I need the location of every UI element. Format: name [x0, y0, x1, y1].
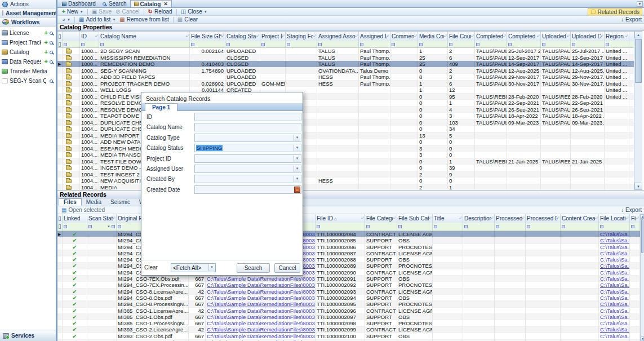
- filter-cell-name[interactable]: [99, 41, 190, 47]
- header-filter-icon[interactable]: +°: [636, 216, 638, 220]
- cell-path[interactable]: C:\Talus\Sample Data\RemediationFiles\80…: [206, 282, 316, 287]
- file-path-link[interactable]: C:\Talus\Sample Data\RemediationFiles\80…: [207, 333, 316, 339]
- table-row[interactable]: ✔MI294_CSO-7EX.Obs.pdf667C:\Talus\Sample…: [57, 276, 640, 282]
- tab-page-1[interactable]: Page 1: [145, 103, 177, 111]
- file-path-link[interactable]: C:\Talus\Sa...: [600, 282, 630, 287]
- table-row[interactable]: ▶1000...REMEDIATION DEMO0.410403CLOSEDTA…: [57, 61, 634, 68]
- select-all-icon[interactable]: [59, 216, 61, 221]
- cell-location[interactable]: C:\Talus\Sa...: [599, 244, 630, 250]
- column-header-cby[interactable]: Completed B+°: [475, 32, 507, 41]
- table-row[interactable]: 1000...2D SEGY SCAN0.002164UPLOADEDTALUS…: [57, 48, 634, 55]
- table-row[interactable]: ✔MI393_CSO-2.LicenseAgre...42C:\Talus\Sa…: [57, 326, 640, 333]
- cell-location[interactable]: C:\Talus\Sa...: [599, 269, 630, 275]
- column-header-status[interactable]: Catalog Statu+°: [225, 32, 260, 41]
- file-path-link[interactable]: C:\Talus\Sa...: [600, 263, 630, 268]
- filter-icon[interactable]: [191, 43, 194, 46]
- cell-path[interactable]: C:\Talus\Sample Data\RemediationFiles\80…: [206, 301, 316, 307]
- header-filter-icon[interactable]: +°: [626, 216, 628, 220]
- related-tab-seismic[interactable]: Seismic: [106, 198, 135, 206]
- file-path-link[interactable]: C:\Talus\Sa...: [600, 244, 630, 250]
- catalog-type-input[interactable]: ▼: [194, 134, 301, 142]
- file-path-link[interactable]: C:\Talus\Sa...: [600, 301, 630, 307]
- filter-cell-id[interactable]: [80, 41, 99, 47]
- clear-list-button[interactable]: ▦Clear: [176, 16, 199, 23]
- filter-icon[interactable]: [562, 225, 565, 228]
- column-header-location[interactable]: File Locatio+°: [599, 214, 630, 223]
- file-path-link[interactable]: C:\Talus\Sa...: [600, 333, 630, 339]
- filter-cell-region[interactable]: [605, 41, 629, 47]
- header-filter-icon[interactable]: +°: [95, 34, 97, 38]
- filter-cell-size[interactable]: [190, 41, 225, 47]
- column-header-id[interactable]: ID+°: [80, 32, 99, 41]
- save-button[interactable]: ▣Save: [91, 8, 113, 15]
- sidebar-section-workflows[interactable]: Workflows: [0, 17, 56, 26]
- cell-location[interactable]: C:\Talus\Sa...: [599, 314, 630, 320]
- filter-icon[interactable]: [118, 225, 121, 228]
- filter-icon[interactable]: [81, 43, 85, 46]
- file-path-link[interactable]: C:\Talus\Sa...: [600, 231, 630, 237]
- column-header-media[interactable]: Media Cour+°: [418, 32, 448, 41]
- cell-path[interactable]: C:\Talus\Sample Data\RemediationFiles\80…: [206, 289, 316, 294]
- project-id-input[interactable]: ▼: [194, 154, 301, 163]
- fetch-all-select[interactable]: <Fetch All> ▼: [171, 263, 216, 272]
- related-tab-media[interactable]: Media: [82, 198, 106, 206]
- search-icon[interactable]: [50, 79, 53, 83]
- file-path-link[interactable]: C:\Talus\Sample Data\RemediationFiles\80…: [207, 308, 316, 313]
- table-row[interactable]: ✔MI294_CSO-8.ProcessingN...667C:\Talus\S…: [57, 301, 640, 307]
- filter-icon[interactable]: [449, 43, 452, 46]
- table-row[interactable]: 1000...MISSISSIPPI REMEDIATIONCLOSEDTALU…: [57, 55, 634, 61]
- filter-cell-files[interactable]: [448, 41, 475, 47]
- file-path-link[interactable]: C:\Talus\Sample Data\RemediationFiles\80…: [207, 289, 316, 294]
- filter-icon[interactable]: [287, 43, 290, 46]
- filter-cell-title[interactable]: [433, 223, 463, 231]
- filter-cell-location[interactable]: [599, 223, 630, 231]
- cancel-button[interactable]: ⊘Cancel: [114, 8, 141, 15]
- filter-cell-linked[interactable]: [63, 223, 87, 231]
- filter-icon[interactable]: [261, 43, 265, 46]
- filter-icon[interactable]: [542, 43, 545, 46]
- column-header-user[interactable]: Assigned Us+°: [359, 32, 390, 41]
- chevron-down-icon[interactable]: ▼: [294, 135, 300, 141]
- search-icon[interactable]: [50, 32, 53, 35]
- column-header-icon[interactable]: [63, 32, 80, 41]
- cell-location[interactable]: C:\Talus\Sa...: [599, 282, 630, 287]
- column-header-name[interactable]: Catalog Name+°: [99, 32, 190, 41]
- tab-overflow-button[interactable]: ▼: [637, 1, 643, 7]
- header-filter-icon[interactable]: +°: [503, 34, 505, 38]
- column-header-staging[interactable]: Staging Fold+°: [286, 32, 317, 41]
- search-icon[interactable]: [50, 51, 53, 54]
- file-path-link[interactable]: C:\Talus\Sa...: [600, 314, 630, 320]
- header-filter-icon[interactable]: +°: [595, 216, 597, 220]
- catalog-grid-scrollbar[interactable]: ▲ ▼: [634, 31, 642, 190]
- header-filter-icon[interactable]: +°: [361, 216, 363, 220]
- table-row[interactable]: 1000...SEG-Y SCANNING1.754890UPLOADEDOVA…: [57, 68, 634, 74]
- chevron-down-icon[interactable]: ▼: [294, 156, 300, 162]
- chevron-down-icon[interactable]: ▼: [208, 264, 215, 271]
- catalog-status-input[interactable]: SHIPPING▼: [194, 144, 301, 152]
- cell-path[interactable]: C:\Talus\Sample Data\RemediationFiles\80…: [206, 326, 316, 332]
- dialog-search-button[interactable]: Search: [237, 263, 270, 273]
- scroll-down-icon[interactable]: ▼: [641, 336, 644, 341]
- header-filter-icon[interactable]: +°: [393, 216, 396, 220]
- filter-icon[interactable]: [64, 225, 67, 228]
- new-button[interactable]: +New▼: [61, 8, 85, 15]
- filter-cell-status[interactable]: [225, 41, 260, 47]
- related-grid-scrollbar[interactable]: ▲ ▼: [640, 214, 644, 341]
- header-filter-icon[interactable]: +°: [522, 216, 524, 220]
- table-row[interactable]: ✔MI385_CSO-1.LicenseAgre...42C:\Talus\Sa…: [57, 308, 640, 314]
- column-header-ind[interactable]: [57, 214, 63, 223]
- column-header-title[interactable]: Title+°: [433, 214, 463, 223]
- filter-cell-processed_e[interactable]: [495, 223, 526, 231]
- filter-cell-udate[interactable]: [571, 41, 605, 47]
- header-filter-icon[interactable]: +°: [567, 34, 569, 38]
- fetch-mode-button[interactable]: ◕▼: [61, 16, 72, 23]
- filter-cell-staging[interactable]: [286, 41, 317, 47]
- column-header-project[interactable]: Project ID+°: [260, 32, 286, 41]
- cell-path[interactable]: C:\Talus\Sample Data\RemediationFiles\80…: [206, 333, 316, 339]
- column-header-comment[interactable]: Comment+°: [390, 32, 418, 41]
- table-row[interactable]: 1000...PROJECT TRACKER DEMO0.028902UPLOA…: [57, 81, 634, 87]
- sidebar-item-project-tracker[interactable]: Project Tracker+: [0, 38, 56, 47]
- id-input[interactable]: [194, 113, 301, 121]
- column-header-linked[interactable]: Linked: [63, 214, 87, 223]
- scroll-down-icon[interactable]: ▼: [634, 183, 642, 190]
